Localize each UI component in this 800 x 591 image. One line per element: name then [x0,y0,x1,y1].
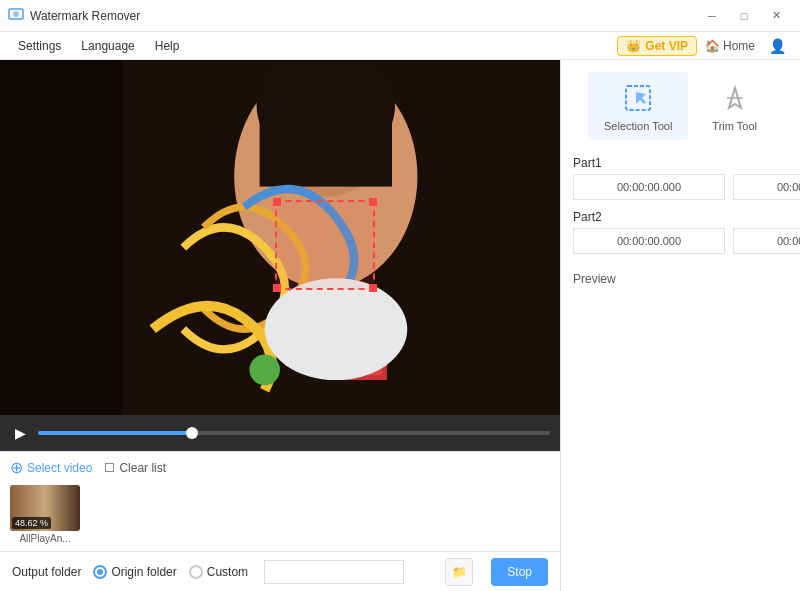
folder-icon: 📁 [452,565,467,579]
video-area[interactable] [0,60,560,415]
clear-icon: ☐ [104,461,115,475]
trim-tool-label: Trim Tool [712,120,757,132]
part2-row: ✕ [573,228,788,254]
part1-start-input[interactable] [573,174,725,200]
playback-controls: ▶ [0,415,560,451]
main-layout: ▶ ⊕ Select video ☐ Clear list [0,60,800,591]
trim-tool-icon [717,80,753,116]
radio-origin-dot [93,565,107,579]
part1-section: Part1 [573,156,788,200]
file-actions: ⊕ Select video ☐ Clear list [10,458,550,477]
user-button[interactable]: 👤 [763,36,792,56]
thumbnail-image: 48.62 % [10,485,80,531]
home-label: Home [723,39,755,53]
window-controls: ─ □ ✕ [696,2,792,30]
progress-fill [38,431,192,435]
selection-overlay[interactable] [275,200,375,290]
menu-settings[interactable]: Settings [8,35,71,57]
home-icon: 🏠 [705,39,720,53]
progress-bar[interactable] [38,431,550,435]
selection-tool-button[interactable]: Selection Tool [588,72,688,140]
corner-tr [369,198,377,206]
progress-thumb [186,427,198,439]
left-panel: ▶ ⊕ Select video ☐ Clear list [0,60,560,591]
stop-button[interactable]: Stop [491,558,548,586]
vip-button[interactable]: 👑 Get VIP [617,36,697,56]
select-video-button[interactable]: ⊕ Select video [10,458,92,477]
corner-br [369,284,377,292]
radio-origin-label: Origin folder [111,565,176,579]
crown-icon: 👑 [626,39,641,53]
part1-end-input[interactable] [733,174,800,200]
home-button[interactable]: 🏠 Home [697,37,763,55]
svg-point-12 [265,278,408,380]
radio-custom-label: Custom [207,565,248,579]
clear-list-label: Clear list [119,461,166,475]
maximize-button[interactable]: □ [728,2,760,30]
radio-origin[interactable]: Origin folder [93,565,176,579]
output-folder-label: Output folder [12,565,81,579]
selection-tool-icon [620,80,656,116]
part1-row [573,174,788,200]
trim-icon-svg [719,82,751,114]
minimize-button[interactable]: ─ [696,2,728,30]
clear-list-button[interactable]: ☐ Clear list [104,461,166,475]
trim-tool-button[interactable]: Trim Tool [696,72,773,140]
svg-rect-3 [0,60,122,415]
radio-custom[interactable]: Custom [189,565,248,579]
part2-end-input[interactable] [733,228,800,254]
thumbnail-badge: 48.62 % [12,517,51,529]
svg-rect-7 [260,105,392,186]
user-icon: 👤 [769,38,786,54]
selection-icon-svg [622,82,654,114]
menu-language[interactable]: Language [71,35,144,57]
part2-section: Part2 ✕ [573,210,788,254]
thumbnail-item[interactable]: 48.62 % AllPlayAn... [10,485,80,545]
svg-point-11 [249,355,280,386]
file-area: ⊕ Select video ☐ Clear list 48.62 % AllP… [0,451,560,551]
output-bar: Output folder Origin folder Custom 📁 Sto… [0,551,560,591]
browse-folder-button[interactable]: 📁 [445,558,473,586]
menu-help[interactable]: Help [145,35,190,57]
menubar: Settings Language Help 👑 Get VIP 🏠 Home … [0,32,800,60]
svg-point-1 [13,11,19,17]
custom-path-input[interactable] [264,560,404,584]
video-scene [0,60,560,415]
part2-start-input[interactable] [573,228,725,254]
file-thumbnails: 48.62 % AllPlayAn... [10,485,550,545]
app-title: Watermark Remover [30,9,696,23]
titlebar: Watermark Remover ─ □ ✕ [0,0,800,32]
part1-label: Part1 [573,156,788,170]
close-button[interactable]: ✕ [760,2,792,30]
selection-tool-label: Selection Tool [604,120,672,132]
part2-label: Part2 [573,210,788,224]
corner-tl [273,198,281,206]
vip-label: Get VIP [645,39,688,53]
select-video-label: Select video [27,461,92,475]
play-button[interactable]: ▶ [10,423,30,443]
tools-row: Selection Tool Trim Tool [573,72,788,140]
radio-custom-dot [189,565,203,579]
thumbnail-name: AllPlayAn... [10,533,80,544]
preview-label: Preview [573,272,788,286]
radio-group: Origin folder Custom [93,565,248,579]
corner-bl [273,284,281,292]
plus-circle-icon: ⊕ [10,458,23,477]
app-icon [8,8,24,24]
right-panel: Selection Tool Trim Tool Part1 [560,60,800,591]
